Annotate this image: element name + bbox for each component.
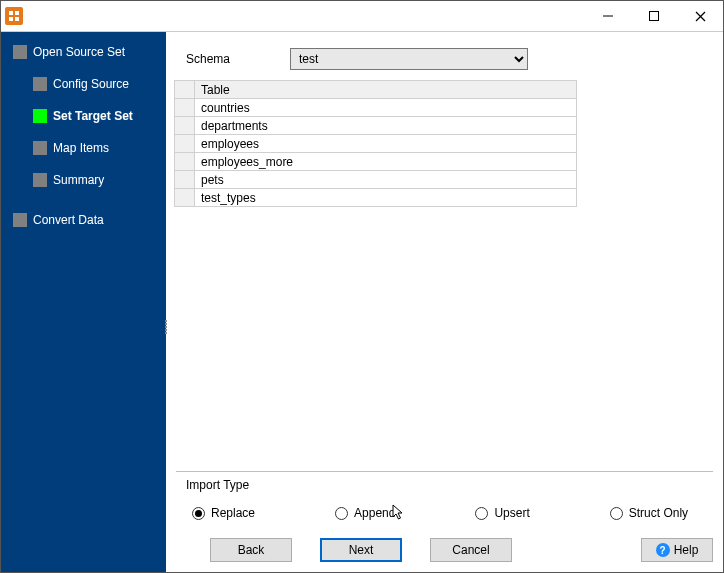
node-icon xyxy=(33,109,47,123)
table-cell: employees xyxy=(195,135,577,153)
table-cell: pets xyxy=(195,171,577,189)
radio-icon xyxy=(475,507,488,520)
svg-rect-1 xyxy=(15,11,19,15)
table-row[interactable]: countries xyxy=(175,99,577,117)
radio-icon xyxy=(192,507,205,520)
node-icon xyxy=(13,45,27,59)
svg-rect-0 xyxy=(9,11,13,15)
node-icon xyxy=(33,141,47,155)
table-header: Table xyxy=(195,81,577,99)
back-button[interactable]: Back xyxy=(210,538,292,562)
body: Open Source Set Config Source Set Target… xyxy=(1,31,723,572)
app-icon xyxy=(5,7,23,25)
import-type-section: Import Type Replace Append Upsert xyxy=(176,471,713,530)
sidebar-item-convert-data[interactable]: Convert Data xyxy=(1,210,166,230)
table-row[interactable]: test_types xyxy=(175,189,577,207)
sidebar-item-config-source[interactable]: Config Source xyxy=(1,74,166,94)
node-icon xyxy=(13,213,27,227)
radio-upsert[interactable]: Upsert xyxy=(475,506,529,520)
node-icon xyxy=(33,77,47,91)
table-row[interactable]: employees_more xyxy=(175,153,577,171)
svg-rect-2 xyxy=(9,17,13,21)
radio-label: Struct Only xyxy=(629,506,688,520)
main-panel: Schema test Table countries departments … xyxy=(166,32,723,572)
import-type-radios: Replace Append Upsert Struct Only xyxy=(186,506,703,520)
titlebar xyxy=(1,1,723,31)
sidebar-item-open-source-set[interactable]: Open Source Set xyxy=(1,42,166,62)
import-type-label: Import Type xyxy=(186,478,703,492)
radio-icon xyxy=(335,507,348,520)
next-button[interactable]: Next xyxy=(320,538,402,562)
table-area: Table countries departments employees em… xyxy=(170,80,597,207)
window-controls xyxy=(585,1,723,31)
sidebar-item-map-items[interactable]: Map Items xyxy=(1,138,166,158)
radio-label: Upsert xyxy=(494,506,529,520)
radio-replace[interactable]: Replace xyxy=(192,506,255,520)
table-row[interactable]: pets xyxy=(175,171,577,189)
sidebar-item-summary[interactable]: Summary xyxy=(1,170,166,190)
radio-struct-only[interactable]: Struct Only xyxy=(610,506,688,520)
node-icon xyxy=(33,173,47,187)
cancel-button[interactable]: Cancel xyxy=(430,538,512,562)
sidebar-item-label: Open Source Set xyxy=(33,45,125,59)
sidebar-item-label: Map Items xyxy=(53,141,109,155)
sidebar-item-set-target-set[interactable]: Set Target Set xyxy=(1,106,166,126)
sidebar-item-label: Set Target Set xyxy=(53,109,133,123)
minimize-button[interactable] xyxy=(585,1,631,31)
table-row[interactable]: departments xyxy=(175,117,577,135)
close-button[interactable] xyxy=(677,1,723,31)
table-cell: departments xyxy=(195,117,577,135)
help-label: Help xyxy=(674,543,699,557)
radio-icon xyxy=(610,507,623,520)
sidebar-item-label: Convert Data xyxy=(33,213,104,227)
help-button[interactable]: ? Help xyxy=(641,538,713,562)
sidebar-item-label: Config Source xyxy=(53,77,129,91)
schema-select[interactable]: test xyxy=(290,48,528,70)
radio-label: Replace xyxy=(211,506,255,520)
help-icon: ? xyxy=(656,543,670,557)
schema-label: Schema xyxy=(186,52,230,66)
sidebar: Open Source Set Config Source Set Target… xyxy=(1,32,166,572)
table-cell: employees_more xyxy=(195,153,577,171)
button-bar: Back Next Cancel ? Help xyxy=(166,530,723,572)
maximize-button[interactable] xyxy=(631,1,677,31)
svg-rect-3 xyxy=(15,17,19,21)
table-cell: countries xyxy=(195,99,577,117)
table-cell: test_types xyxy=(195,189,577,207)
sidebar-item-label: Summary xyxy=(53,173,104,187)
svg-rect-5 xyxy=(650,12,659,21)
tables-grid[interactable]: Table countries departments employees em… xyxy=(174,80,577,207)
radio-label: Append xyxy=(354,506,395,520)
wizard-window: Open Source Set Config Source Set Target… xyxy=(0,0,724,573)
radio-append[interactable]: Append xyxy=(335,506,395,520)
table-row[interactable]: employees xyxy=(175,135,577,153)
splitter-handle[interactable] xyxy=(163,312,169,342)
schema-row: Schema test xyxy=(166,32,723,80)
